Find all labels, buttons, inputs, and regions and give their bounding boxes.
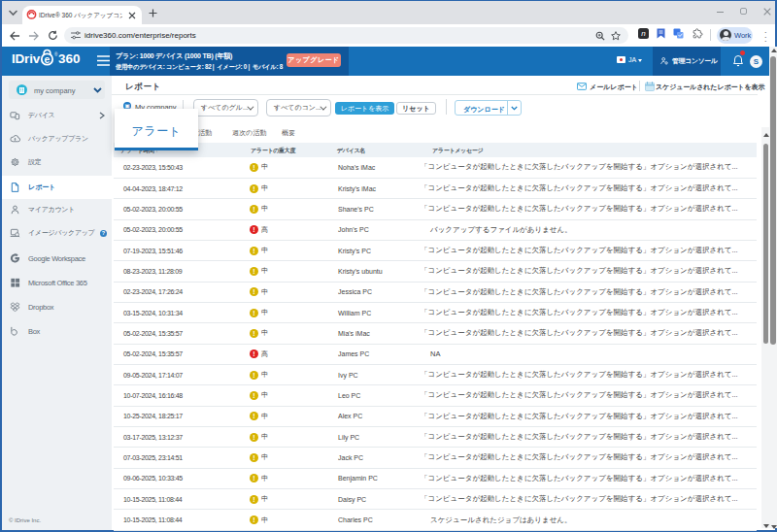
svg-text:e: e bbox=[44, 53, 50, 65]
